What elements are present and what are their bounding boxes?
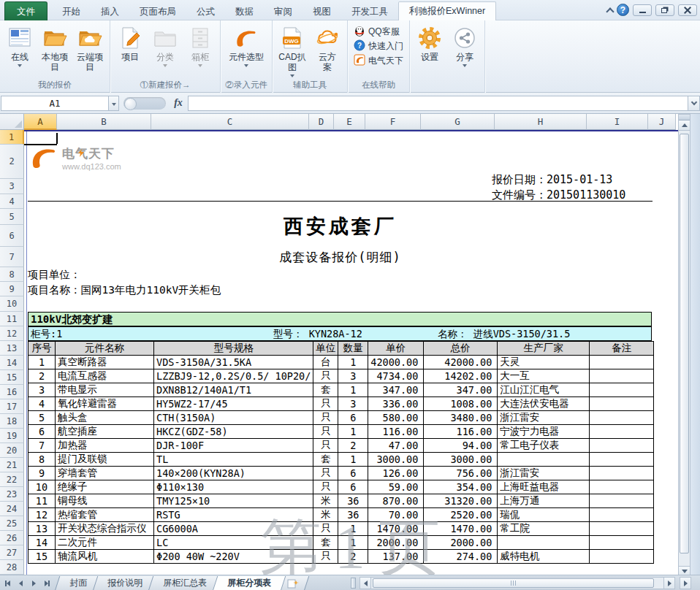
table-cell[interactable]: 870.00 <box>368 494 424 508</box>
table-cell[interactable]: 真空断路器 <box>56 356 154 369</box>
row-header[interactable]: 20 <box>0 443 24 458</box>
formula-bar-expand-button[interactable] <box>688 96 700 111</box>
table-cell[interactable]: 3 <box>28 383 56 397</box>
table-cell[interactable]: 瑞侃 <box>498 508 590 522</box>
row-header[interactable]: 11 <box>0 312 24 326</box>
table-cell[interactable]: 116.00 <box>424 425 498 439</box>
table-cell[interactable]: 1 <box>338 425 368 439</box>
table-cell[interactable]: 274.00 <box>424 550 498 564</box>
table-cell[interactable]: 11 <box>28 494 56 508</box>
table-cell[interactable]: 热缩套管 <box>56 508 154 522</box>
ribbon-button[interactable]: 云端项目 <box>73 22 107 76</box>
table-cell[interactable] <box>590 453 654 467</box>
prev-sheet-button[interactable] <box>15 578 26 589</box>
table-cell[interactable]: 二次元件 <box>56 536 154 550</box>
row-header[interactable]: 22 <box>0 472 24 487</box>
row-header[interactable]: 25 <box>0 516 24 531</box>
table-cell[interactable]: Φ200 40W ~220V <box>154 550 313 564</box>
project-name-line[interactable]: 项目名称：国网13年电力110kV开关柜包 <box>28 283 221 297</box>
table-cell[interactable] <box>590 494 654 508</box>
table-cell[interactable]: LC <box>154 536 313 550</box>
table-cell[interactable]: 1 <box>338 536 368 550</box>
table-cell[interactable]: 轴流风机 <box>56 550 154 564</box>
table-cell[interactable]: 59.00 <box>368 480 424 494</box>
table-cell[interactable] <box>590 439 654 453</box>
row-header[interactable]: 6 <box>0 225 24 247</box>
table-cell[interactable]: 浙江雷安 <box>498 411 590 425</box>
document-subtitle[interactable]: 成套设备报价(明细) <box>28 249 653 266</box>
table-cell[interactable]: 1 <box>338 522 368 536</box>
row-header[interactable]: 12 <box>0 326 24 341</box>
table-cell[interactable]: 140×200(KYN28A) <box>154 467 313 480</box>
row-header[interactable]: 23 <box>0 487 24 502</box>
table-cell[interactable]: 6 <box>338 480 368 494</box>
insert-function-button[interactable]: fx <box>169 97 188 109</box>
ribbon-button[interactable]: 分享 <box>448 22 482 76</box>
row-header[interactable]: 14 <box>0 356 24 370</box>
table-cell[interactable]: 116.00 <box>368 425 424 439</box>
table-cell[interactable]: 只 <box>313 425 338 439</box>
ribbon-tab[interactable]: 页面布局 <box>129 3 186 20</box>
ribbon-button[interactable]: 云方案 <box>311 22 344 76</box>
table-cell[interactable]: 台 <box>313 356 338 369</box>
ribbon-small-button[interactable]: 电气天下 <box>351 54 406 68</box>
table-cell[interactable]: 米 <box>313 508 338 522</box>
table-cell[interactable] <box>590 411 654 425</box>
table-cell[interactable] <box>590 383 654 397</box>
table-cell[interactable]: 2000.00 <box>368 536 424 550</box>
table-cell[interactable]: 70.00 <box>368 508 424 522</box>
table-cell[interactable]: 只 <box>313 467 338 480</box>
ribbon-small-button[interactable]: QQ客服 <box>351 25 403 39</box>
table-cell[interactable]: 只 <box>313 439 338 453</box>
close-button[interactable] <box>678 4 697 16</box>
table-cell[interactable]: 8 <box>28 453 56 467</box>
row-header[interactable]: 16 <box>0 385 24 399</box>
table-cell[interactable]: 江山江汇电气 <box>498 383 590 397</box>
table-cell[interactable]: 带电显示 <box>56 383 154 397</box>
table-cell[interactable]: 7 <box>28 439 56 453</box>
project-unit-line[interactable]: 项目单位： <box>28 268 81 282</box>
minimize-button[interactable] <box>633 4 652 16</box>
table-cell[interactable]: 套 <box>313 453 338 467</box>
next-sheet-button[interactable] <box>28 578 39 589</box>
table-cell[interactable]: DXN8B12/140A1/T1 <box>154 383 313 397</box>
name-box-dropdown[interactable] <box>109 96 119 111</box>
tab-split-handle[interactable] <box>351 578 356 589</box>
table-cell[interactable]: 电流互感器 <box>56 369 154 383</box>
row-header[interactable]: 5 <box>0 209 24 225</box>
table-cell[interactable]: 1 <box>338 356 368 369</box>
row-header[interactable]: 13 <box>0 341 24 356</box>
table-header-cell[interactable]: 序号 <box>28 342 56 356</box>
table-cell[interactable] <box>590 522 654 536</box>
table-cell[interactable]: 36 <box>338 508 368 522</box>
table-cell[interactable] <box>590 467 654 480</box>
table-header-cell[interactable]: 单位 <box>313 342 338 356</box>
table-cell[interactable]: 2000.00 <box>424 536 498 550</box>
table-cell[interactable]: 套 <box>313 536 338 550</box>
table-cell[interactable]: 2 <box>28 369 56 383</box>
quote-date-line[interactable]: 报价日期：2015-01-13 <box>492 173 612 187</box>
sheet-tab[interactable]: 屏柜汇总表 <box>148 576 221 590</box>
table-cell[interactable]: 上海万通 <box>498 494 590 508</box>
table-cell[interactable]: 4 <box>28 397 56 411</box>
table-cell[interactable]: 铜母线 <box>56 494 154 508</box>
table-cell[interactable]: 只 <box>313 522 338 536</box>
ribbon-tab-file[interactable]: 文件 <box>4 1 47 20</box>
table-cell[interactable]: 常工电子仪表 <box>498 439 590 453</box>
ribbon-button[interactable]: 本地项目 <box>38 22 72 76</box>
row-header[interactable]: 21 <box>0 458 24 472</box>
table-cell[interactable]: Φ110×130 <box>154 480 313 494</box>
table-header-cell[interactable]: 数量 <box>338 342 368 356</box>
table-cell[interactable]: 9 <box>28 467 56 480</box>
table-cell[interactable]: 347.00 <box>368 383 424 397</box>
first-sheet-button[interactable] <box>2 578 13 589</box>
scroll-right-button[interactable] <box>663 578 674 589</box>
table-cell[interactable]: VDS-3150A/31.5KA <box>154 356 313 369</box>
column-header[interactable]: J <box>648 114 676 130</box>
table-cell[interactable]: 宁波宁力电器 <box>498 425 590 439</box>
row-header[interactable]: 8 <box>0 267 24 282</box>
column-header[interactable]: E <box>334 114 365 130</box>
row-header[interactable]: 2 <box>0 145 24 179</box>
ribbon-button[interactable]: 元件选型 <box>224 22 269 76</box>
column-header[interactable]: A <box>24 114 57 130</box>
